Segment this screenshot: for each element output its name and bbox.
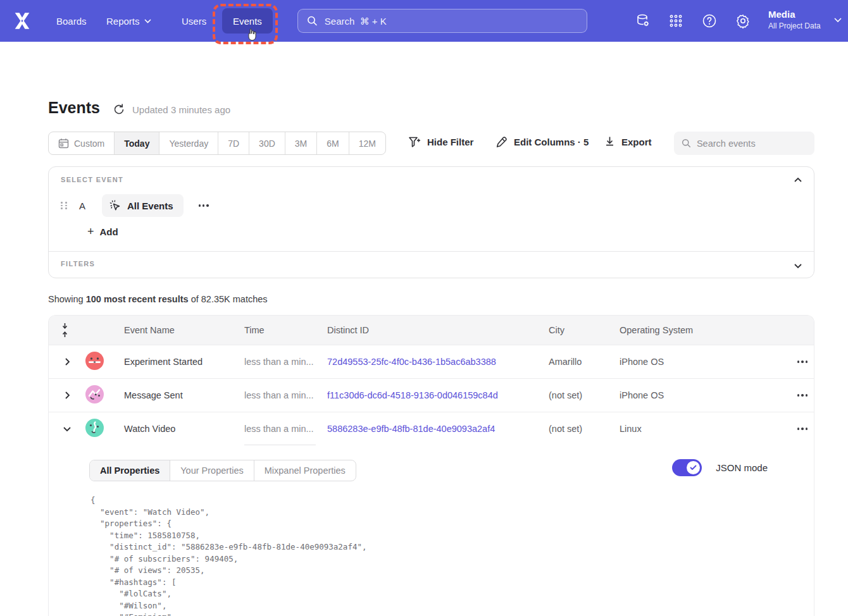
col-header-time[interactable]: Time bbox=[244, 325, 327, 335]
export-label: Export bbox=[621, 137, 652, 147]
date-6m-label: 6M bbox=[327, 139, 339, 149]
last-updated-text: Updated 3 minutes ago bbox=[132, 104, 230, 115]
events-search[interactable] bbox=[674, 132, 814, 155]
row-actions-icon[interactable] bbox=[794, 390, 814, 400]
search-icon bbox=[682, 138, 691, 149]
summary-count: 100 most recent results bbox=[86, 294, 189, 304]
tab-your-properties-label: Your Properties bbox=[180, 465, 243, 476]
chevron-down-icon bbox=[144, 19, 151, 23]
row-actions-icon[interactable] bbox=[794, 424, 814, 433]
edit-columns-label: Edit Columns · 5 bbox=[514, 137, 589, 147]
date-12m-label: 12M bbox=[359, 139, 376, 149]
toggle-knob bbox=[687, 461, 700, 474]
hide-filter-button[interactable]: Hide Filter bbox=[408, 136, 473, 148]
event-city: (not set) bbox=[549, 424, 620, 434]
chevron-right-icon bbox=[65, 357, 70, 366]
distinct-id-link[interactable]: 72d49553-25fc-4f0c-b436-1b5ac6ab3388 bbox=[327, 357, 549, 367]
row-actions-icon[interactable] bbox=[794, 357, 814, 366]
date-7d-label: 7D bbox=[228, 139, 239, 149]
col-header-event-name[interactable]: Event Name bbox=[124, 325, 244, 335]
tab-mixpanel-properties[interactable]: Mixpanel Properties bbox=[254, 460, 356, 481]
nav-boards-label: Boards bbox=[56, 16, 87, 27]
col-header-distinct-id[interactable]: Distinct ID bbox=[327, 325, 549, 335]
hide-filter-label: Hide Filter bbox=[427, 137, 473, 147]
date-range-6m[interactable]: 6M bbox=[317, 132, 349, 154]
page-title: Events bbox=[48, 99, 100, 117]
event-os: iPhone OS bbox=[620, 357, 770, 367]
date-30d-label: 30D bbox=[259, 139, 275, 149]
date-range-30d[interactable]: 30D bbox=[249, 132, 285, 154]
collapse-all-icon[interactable] bbox=[61, 323, 69, 338]
top-nav: Boards Reports Users Events bbox=[0, 0, 848, 42]
refresh-icon[interactable] bbox=[113, 103, 125, 116]
event-time: less than a min... bbox=[244, 357, 327, 367]
json-mode-control: JSON mode bbox=[672, 459, 768, 476]
add-event-button[interactable]: + Add bbox=[87, 226, 118, 237]
pointer-cursor-icon bbox=[246, 28, 258, 42]
date-range-custom[interactable]: Custom bbox=[49, 132, 115, 154]
date-range-3m[interactable]: 3M bbox=[285, 132, 317, 154]
drag-handle-icon[interactable] bbox=[61, 202, 67, 209]
event-name[interactable]: Experiment Started bbox=[124, 357, 244, 367]
apps-grid-icon[interactable] bbox=[668, 13, 683, 28]
export-button[interactable]: Export bbox=[604, 136, 652, 148]
json-mode-label: JSON mode bbox=[716, 462, 768, 473]
check-icon bbox=[690, 465, 697, 471]
event-row-more-icon[interactable] bbox=[195, 200, 213, 210]
expand-filters-icon[interactable] bbox=[793, 261, 803, 271]
event-name[interactable]: Message Sent bbox=[124, 390, 244, 400]
event-name[interactable]: Watch Video bbox=[124, 424, 244, 434]
nav-item-reports[interactable]: Reports bbox=[106, 0, 151, 42]
summary-suffix: of 82.35K matches bbox=[189, 294, 268, 304]
pencil-icon bbox=[496, 136, 508, 148]
tab-all-properties[interactable]: All Properties bbox=[90, 460, 170, 481]
calendar-icon bbox=[58, 138, 69, 149]
collapse-row-button[interactable] bbox=[49, 426, 85, 432]
edit-columns-button[interactable]: Edit Columns · 5 bbox=[496, 136, 589, 148]
distinct-id-link[interactable]: 5886283e-e9fb-48fb-81de-40e9093a2af4 bbox=[327, 424, 549, 434]
nav-reports-label: Reports bbox=[106, 16, 140, 27]
event-time: less than a min... bbox=[244, 424, 327, 434]
distinct-id-link[interactable]: f11c30d6-dc6d-4518-9136-0d046159c84d bbox=[327, 390, 549, 400]
event-time: less than a min... bbox=[244, 390, 327, 400]
col-header-os[interactable]: Operating System bbox=[620, 325, 770, 335]
date-range-7d[interactable]: 7D bbox=[218, 132, 249, 154]
date-3m-label: 3M bbox=[295, 139, 307, 149]
query-builder-card: SELECT EVENT A All Events bbox=[48, 166, 814, 278]
expand-row-button[interactable] bbox=[49, 357, 85, 366]
event-selector-button[interactable]: All Events bbox=[102, 194, 184, 217]
event-json-view: { "event": "Watch Video", "properties": … bbox=[90, 495, 814, 616]
global-search[interactable] bbox=[297, 9, 587, 33]
settings-gear-icon[interactable] bbox=[735, 13, 751, 28]
tab-your-properties[interactable]: Your Properties bbox=[170, 460, 254, 481]
table-row: Message Sent less than a min... f11c30d6… bbox=[49, 378, 814, 412]
date-today-label: Today bbox=[124, 139, 149, 149]
date-range-12m[interactable]: 12M bbox=[349, 132, 385, 154]
data-management-icon[interactable] bbox=[635, 13, 651, 28]
table-row-expanded: Watch Video less than a min... 5886283e-… bbox=[49, 412, 814, 445]
nav-events-label: Events bbox=[233, 16, 262, 27]
search-icon bbox=[307, 15, 318, 27]
tab-all-properties-label: All Properties bbox=[100, 465, 159, 476]
mixpanel-logo-icon[interactable] bbox=[11, 11, 33, 31]
collapse-section-icon[interactable] bbox=[793, 175, 803, 185]
nav-item-users[interactable]: Users bbox=[182, 0, 206, 42]
event-os: iPhone OS bbox=[620, 390, 770, 400]
help-icon[interactable] bbox=[702, 13, 717, 28]
col-header-city[interactable]: City bbox=[549, 325, 620, 335]
add-event-label: Add bbox=[100, 226, 118, 237]
event-avatar-icon bbox=[85, 385, 104, 403]
filters-label: FILTERS bbox=[61, 260, 95, 268]
global-search-input[interactable] bbox=[325, 16, 578, 27]
date-range-today[interactable]: Today bbox=[115, 132, 159, 154]
date-range-yesterday[interactable]: Yesterday bbox=[159, 132, 218, 154]
expand-row-button[interactable] bbox=[49, 391, 85, 400]
json-mode-toggle[interactable] bbox=[672, 459, 702, 476]
nav-item-boards[interactable]: Boards bbox=[56, 0, 87, 42]
table-row: Experiment Started less than a min... 72… bbox=[49, 345, 814, 378]
nav-users-label: Users bbox=[182, 16, 206, 27]
project-switcher[interactable]: Media All Project Data bbox=[768, 8, 821, 31]
chevron-down-icon bbox=[63, 426, 72, 432]
event-selection-row: A All Events bbox=[61, 194, 213, 217]
events-search-input[interactable] bbox=[697, 139, 807, 149]
